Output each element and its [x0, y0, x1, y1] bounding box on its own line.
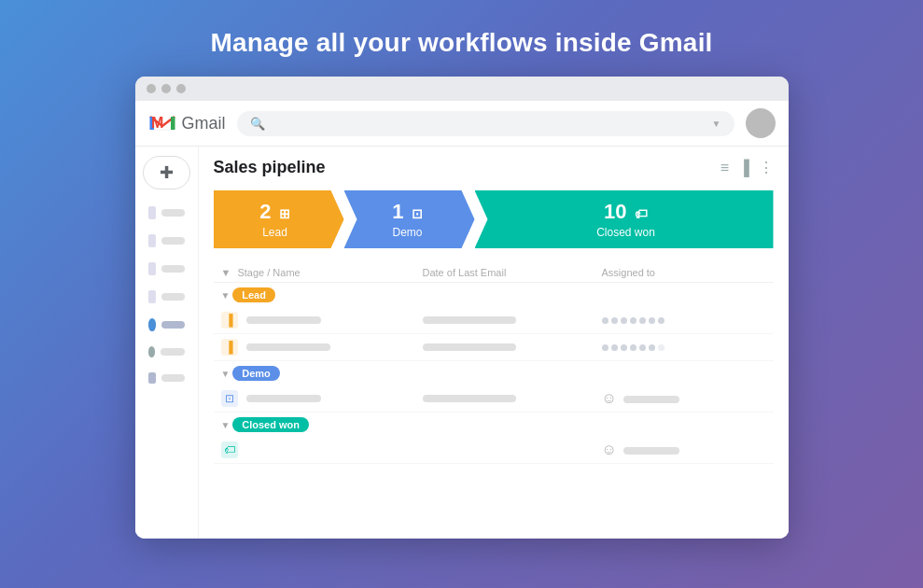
gmail-search-bar[interactable]: 🔍 ▼: [237, 111, 734, 136]
sidebar-item-4: [143, 287, 190, 307]
sidebar-icon-2: [148, 234, 157, 247]
row-lead-2-email-bar: [423, 343, 516, 351]
row-lead-2-name: ▐: [214, 334, 415, 361]
row-demo-1-bar: [246, 395, 321, 402]
badge-demo: Demo: [232, 366, 280, 381]
row-lead-1-email: [415, 307, 594, 334]
user-avatar[interactable]: [746, 108, 776, 138]
row-lead-1-email-bar: [423, 316, 516, 324]
sidebar-icon-4: [148, 290, 157, 303]
stage-lead-label: Lead: [262, 226, 287, 239]
expand-demo: ▼: [221, 369, 233, 379]
row-lead-1-bar: [246, 316, 321, 324]
crm-header: Sales pipeline ≡ ▐ ⋮: [214, 158, 774, 177]
crm-panel: Sales pipeline ≡ ▐ ⋮ 2 ⊞ Lead: [199, 147, 789, 539]
table-row: 🏷 ☺: [214, 437, 774, 464]
col-header-chevron: ▼: [221, 267, 231, 278]
sidebar-item-5: [143, 315, 190, 335]
sidebar: ✚: [135, 147, 199, 539]
row-demo-1-assigned: ☺: [594, 385, 774, 413]
gmail-header: M Gmail 🔍 ▼: [135, 101, 789, 147]
chart-icon[interactable]: ▐: [738, 160, 748, 176]
crm-title: Sales pipeline: [214, 158, 326, 177]
stage-demo-count: 1 ⊡: [392, 200, 423, 224]
face-icon-demo: ☺: [602, 390, 617, 406]
sidebar-line-2: [161, 237, 184, 245]
row-icon-bar-1: ▐: [221, 312, 238, 329]
stage-closed-count: 10 🏷: [604, 200, 648, 224]
sidebar-item-1: [143, 203, 190, 223]
sidebar-dot-active: [148, 318, 157, 331]
sidebar-item-2: [143, 231, 190, 251]
row-closed-1-email: [415, 437, 594, 464]
sidebar-icon-1: [148, 206, 157, 219]
row-closed-1-name: 🏷: [214, 437, 415, 464]
col-header-stage: ▼ Stage / Name: [214, 263, 415, 283]
sidebar-item-6: [143, 343, 190, 361]
stage-closed-label: Closed won: [596, 226, 655, 239]
stage-demo[interactable]: 1 ⊡ Demo: [344, 190, 475, 248]
crm-table: ▼ Stage / Name Date of Last Email Assign…: [214, 263, 774, 464]
pipeline-stages: 2 ⊞ Lead 1 ⊡ Demo 10: [214, 190, 774, 248]
sidebar-line-4: [161, 293, 184, 301]
more-icon[interactable]: ⋮: [759, 159, 774, 176]
badge-closed: Closed won: [232, 417, 309, 432]
sidebar-line-1: [161, 209, 184, 217]
stage-lead-count: 2 ⊞: [259, 200, 290, 224]
page-headline: Manage all your workflows inside Gmail: [210, 28, 712, 58]
sidebar-icon-3: [148, 262, 157, 275]
sidebar-line-7: [161, 374, 184, 382]
face-icon-closed: ☺: [602, 441, 617, 457]
gmail-logo: M Gmail: [148, 113, 226, 133]
expand-closed: ▼: [221, 420, 233, 430]
search-dropdown-icon: ▼: [712, 119, 721, 129]
row-demo-1-assign-bar: [623, 396, 679, 403]
browser-window: M Gmail 🔍 ▼ ✚: [135, 77, 789, 539]
sidebar-dot-sm: [148, 346, 156, 357]
row-lead-2-dots: [602, 344, 766, 351]
compose-icon: ✚: [160, 162, 174, 183]
search-placeholder: 🔍: [250, 117, 265, 131]
row-closed-1-assign-bar: [623, 447, 679, 455]
sidebar-item-7: [143, 369, 190, 387]
row-demo-1-email: [415, 385, 594, 413]
expand-lead: ▼: [221, 290, 233, 301]
group-row-lead: ▼ Lead: [214, 283, 774, 308]
sidebar-line-active: [161, 321, 184, 329]
row-icon-tag-1: 🏷: [221, 441, 238, 458]
col-header-email: Date of Last Email: [415, 263, 594, 283]
browser-titlebar: [135, 77, 789, 101]
row-lead-1-assigned: [594, 307, 774, 334]
sidebar-line-3: [161, 265, 184, 273]
stage-demo-label: Demo: [392, 226, 422, 239]
sidebar-line-6: [161, 348, 184, 356]
sidebar-rect: [148, 372, 157, 384]
compose-button[interactable]: ✚: [143, 156, 190, 189]
row-demo-1-name: ⊡: [214, 385, 415, 413]
row-demo-1-email-bar: [423, 395, 516, 402]
col-header-assigned: Assigned to: [594, 263, 774, 283]
row-lead-2-email: [415, 334, 594, 361]
window-dot-2: [161, 84, 171, 93]
stage-closed[interactable]: 10 🏷 Closed won: [475, 190, 774, 248]
row-closed-1-assigned: ☺: [594, 437, 774, 464]
row-lead-2-assigned: [594, 334, 774, 361]
table-row: ▐: [214, 334, 774, 361]
row-lead-1-name: ▐: [214, 307, 415, 334]
stage-demo-icon: ⊡: [412, 206, 423, 221]
svg-text:M: M: [151, 115, 163, 131]
gmail-text: Gmail: [182, 114, 226, 133]
table-row: ▐: [214, 307, 774, 334]
row-icon-bar-2: ▐: [221, 339, 238, 356]
main-layout: ✚: [135, 147, 789, 539]
row-icon-screen-1: ⊡: [221, 390, 238, 407]
crm-actions: ≡ ▐ ⋮: [720, 159, 774, 176]
filter-icon[interactable]: ≡: [720, 160, 729, 176]
stage-closed-icon: 🏷: [635, 206, 648, 221]
stage-lead[interactable]: 2 ⊞ Lead: [214, 190, 344, 248]
badge-lead: Lead: [232, 287, 275, 302]
window-dot-1: [147, 84, 156, 93]
table-row: ⊡ ☺: [214, 385, 774, 413]
browser-content: M Gmail 🔍 ▼ ✚: [135, 101, 789, 539]
row-lead-1-dots: [602, 317, 766, 324]
